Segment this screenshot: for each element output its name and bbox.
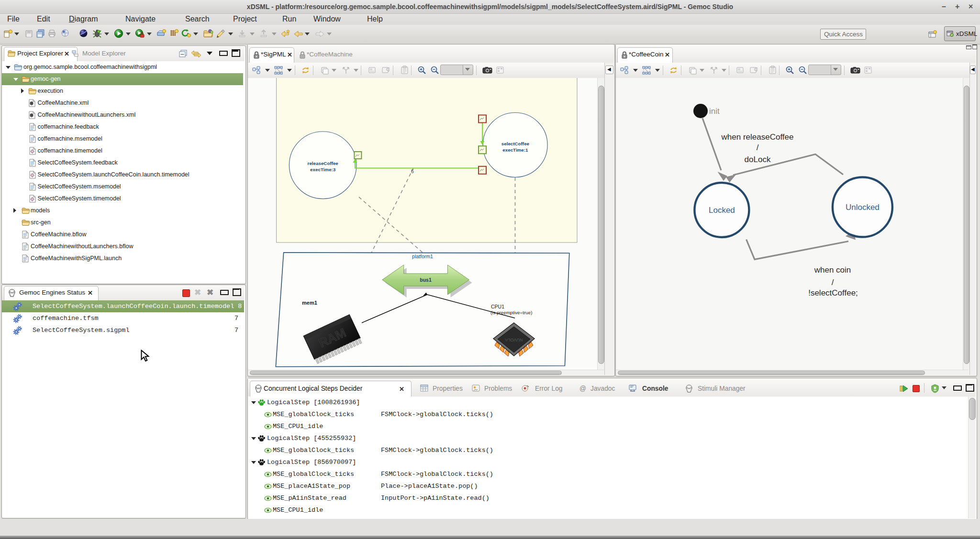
svg-text:mem1: mem1 <box>302 300 317 306</box>
svg-text:init: init <box>709 107 720 116</box>
svg-text:/: / <box>832 278 834 287</box>
svg-text:(is preemptive=true): (is preemptive=true) <box>490 310 532 315</box>
svg-text:doLock: doLock <box>745 155 771 164</box>
svg-text:Unlocked: Unlocked <box>846 203 880 212</box>
svg-text:/: / <box>757 143 759 152</box>
svg-text:NUVOLA: NUVOLA <box>505 338 523 342</box>
svg-text:platform1: platform1 <box>412 253 433 259</box>
svg-text:when releaseCoffee: when releaseCoffee <box>721 132 794 142</box>
svg-text:CPU1: CPU1 <box>491 304 504 309</box>
svg-text:execTime:3: execTime:3 <box>310 167 336 172</box>
svg-text:selectCoffee: selectCoffee <box>501 141 530 146</box>
svg-text:releaseCoffee: releaseCoffee <box>308 161 339 166</box>
svg-text:Locked: Locked <box>709 206 735 215</box>
svg-text:execTime:1: execTime:1 <box>502 147 528 153</box>
svg-text:when coin: when coin <box>814 265 851 275</box>
svg-text:!selectCoffee;: !selectCoffee; <box>808 288 858 297</box>
svg-text:6: 6 <box>411 168 414 174</box>
svg-text:bus1: bus1 <box>420 277 432 283</box>
